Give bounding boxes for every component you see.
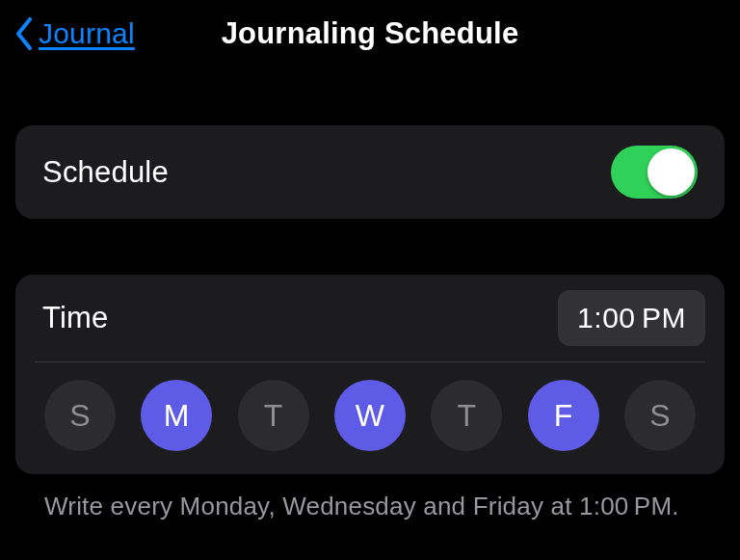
day-friday[interactable]: F [528, 380, 599, 451]
schedule-group: Schedule [15, 125, 725, 219]
schedule-summary: Write every Monday, Wednesday and Friday… [15, 474, 725, 524]
time-label: Time [42, 301, 109, 335]
content: Schedule Time 1:00 PM S M T W T F S Writ… [0, 67, 740, 524]
back-button[interactable]: Journal [13, 15, 135, 52]
days-row: S M T W T F S [15, 362, 725, 474]
time-days-group: Time 1:00 PM S M T W T F S [15, 275, 725, 474]
nav-bar: Journal Journaling Schedule [0, 0, 740, 67]
day-tuesday[interactable]: T [238, 380, 309, 451]
schedule-row: Schedule [15, 125, 725, 219]
day-monday[interactable]: M [141, 380, 212, 451]
time-row: Time 1:00 PM [15, 275, 725, 361]
toggle-knob [648, 148, 695, 196]
chevron-left-icon [13, 15, 35, 52]
day-wednesday[interactable]: W [334, 380, 406, 451]
day-sunday[interactable]: S [44, 380, 116, 451]
back-label: Journal [39, 17, 135, 50]
day-saturday[interactable]: S [624, 380, 696, 451]
time-picker[interactable]: 1:00 PM [558, 290, 705, 346]
schedule-toggle[interactable] [611, 146, 698, 199]
schedule-label: Schedule [42, 155, 169, 190]
day-thursday[interactable]: T [431, 380, 502, 451]
